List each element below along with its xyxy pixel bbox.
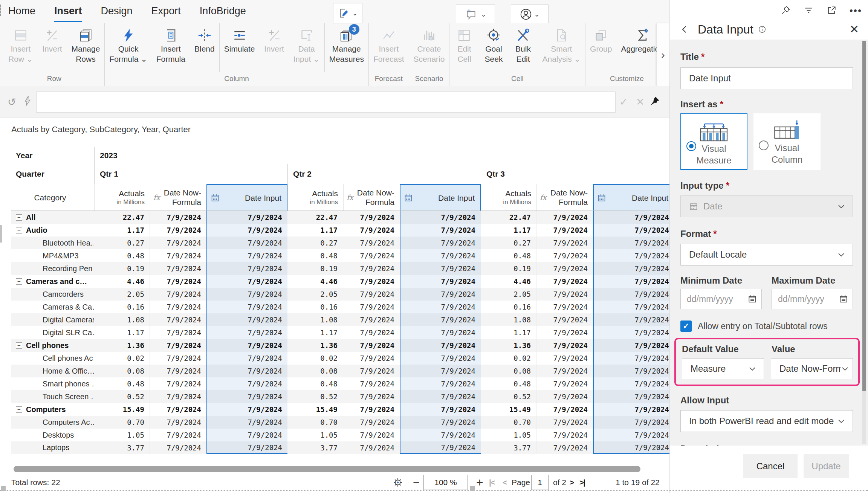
checkbox-checked[interactable]: ✓ <box>680 321 692 332</box>
actuals-cell[interactable]: 22.47 <box>481 211 536 224</box>
collapse-icon[interactable]: − <box>16 214 22 221</box>
date-now-header[interactable]: fxDate Now-Formula <box>150 184 206 211</box>
quarter-header[interactable]: Qtr 3 <box>481 164 670 184</box>
date-input-cell[interactable]: 7/9/2024 <box>206 365 287 377</box>
actuals-cell[interactable]: 1.36 <box>481 339 536 352</box>
date-now-cell[interactable]: 7/9/2024 <box>536 262 593 275</box>
date-input-cell[interactable]: 7/9/2024 <box>400 326 481 339</box>
actuals-cell[interactable]: 1.17 <box>481 326 536 339</box>
actuals-cell[interactable]: 1.17 <box>287 224 343 237</box>
ribbon-tab[interactable]: Design <box>101 5 133 22</box>
category-header[interactable]: Category <box>11 184 94 211</box>
actuals-cell[interactable]: 4.46 <box>94 275 150 288</box>
gear-icon[interactable] <box>392 476 404 488</box>
category-cell[interactable]: −Bluetooth Hea… <box>11 237 94 249</box>
ribbon-button[interactable]: Goal Seek <box>479 23 508 72</box>
date-now-cell[interactable]: 7/9/2024 <box>536 377 593 390</box>
actuals-cell[interactable]: 3.77 <box>94 441 150 454</box>
date-now-cell[interactable]: 7/9/2024 <box>150 237 206 249</box>
zoom-out-button[interactable]: − <box>413 476 420 489</box>
collapse-icon[interactable]: − <box>16 278 22 285</box>
actuals-cell[interactable]: 0.19 <box>481 262 536 275</box>
actuals-header[interactable]: Actualsin Millions <box>94 184 150 211</box>
ribbon-tab[interactable]: InfoBridge <box>200 5 246 22</box>
chevron-down-icon[interactable]: ⌄ <box>481 10 486 18</box>
actuals-cell[interactable]: 0.02 <box>287 352 343 365</box>
ribbon-button[interactable]: Manage Rows <box>67 23 104 72</box>
expand-icon[interactable] <box>827 5 837 15</box>
date-input-cell[interactable]: 7/9/2024 <box>206 352 287 365</box>
date-now-cell[interactable]: 7/9/2024 <box>343 390 400 403</box>
date-input-cell[interactable]: 7/9/2024 <box>400 377 481 390</box>
date-now-cell[interactable]: 7/9/2024 <box>150 352 206 365</box>
date-now-cell[interactable]: 7/9/2024 <box>536 237 593 249</box>
actuals-cell[interactable]: 22.47 <box>94 211 150 224</box>
actuals-cell[interactable]: 0.27 <box>481 237 536 249</box>
actuals-cell[interactable]: 0.48 <box>94 377 150 390</box>
date-now-cell[interactable]: 7/9/2024 <box>343 262 400 275</box>
first-page-button[interactable]: |< <box>489 478 494 487</box>
date-now-cell[interactable]: 7/9/2024 <box>536 390 593 403</box>
date-input-cell[interactable]: 7/9/2024 <box>593 249 670 262</box>
actuals-cell[interactable]: 0.70 <box>287 416 343 429</box>
date-input-cell[interactable]: 7/9/2024 <box>400 275 481 288</box>
ribbon-button[interactable]: Invert <box>37 23 67 72</box>
date-input-cell[interactable]: 7/9/2024 <box>593 313 670 326</box>
prev-page-button[interactable]: < <box>503 478 506 487</box>
date-now-cell[interactable]: 7/9/2024 <box>150 249 206 262</box>
horizontal-scrollbar[interactable] <box>14 466 640 472</box>
actuals-cell[interactable]: 0.52 <box>94 390 150 403</box>
date-input-cell[interactable]: 7/9/2024 <box>400 224 481 237</box>
date-input-cell[interactable]: 7/9/2024 <box>593 211 670 224</box>
date-now-cell[interactable]: 7/9/2024 <box>343 352 400 365</box>
date-now-cell[interactable]: 7/9/2024 <box>536 301 593 313</box>
update-button[interactable]: Update <box>804 454 849 478</box>
date-input-header[interactable]: Date Input <box>400 184 481 211</box>
actuals-cell[interactable]: 1.08 <box>287 313 343 326</box>
cancel-button[interactable]: Cancel <box>743 454 798 478</box>
date-now-cell[interactable]: 7/9/2024 <box>536 441 593 454</box>
category-cell[interactable]: −Cell phones Ac… <box>11 352 94 365</box>
zoom-input[interactable] <box>423 475 468 490</box>
date-now-cell[interactable]: 7/9/2024 <box>536 211 593 224</box>
actuals-cell[interactable]: 0.52 <box>481 390 536 403</box>
date-input-cell[interactable]: 7/9/2024 <box>593 416 670 429</box>
date-input-cell[interactable]: 7/9/2024 <box>400 390 481 403</box>
actuals-cell[interactable]: 3.77 <box>287 441 343 454</box>
maximum-date-input[interactable] <box>772 289 853 309</box>
date-now-cell[interactable]: 7/9/2024 <box>343 416 400 429</box>
date-input-cell[interactable]: 7/9/2024 <box>206 377 287 390</box>
category-cell[interactable]: −Touch Screen … <box>11 390 94 403</box>
date-now-cell[interactable]: 7/9/2024 <box>536 416 593 429</box>
category-cell[interactable]: −All <box>11 211 94 224</box>
resize-handle[interactable] <box>1 486 6 491</box>
actuals-cell[interactable]: 22.47 <box>287 211 343 224</box>
date-now-cell[interactable]: 7/9/2024 <box>536 326 593 339</box>
date-input-cell[interactable]: 7/9/2024 <box>206 313 287 326</box>
actuals-cell[interactable]: 1.36 <box>94 339 150 352</box>
actuals-cell[interactable]: 1.08 <box>94 313 150 326</box>
date-input-cell[interactable]: 7/9/2024 <box>400 313 481 326</box>
category-cell[interactable]: −Smart phones … <box>11 377 94 390</box>
date-input-cell[interactable]: 7/9/2024 <box>400 288 481 301</box>
format-select[interactable]: Default Locale <box>680 244 853 266</box>
date-now-cell[interactable]: 7/9/2024 <box>536 365 593 377</box>
date-input-cell[interactable]: 7/9/2024 <box>593 339 670 352</box>
date-input-cell[interactable]: 7/9/2024 <box>593 262 670 275</box>
category-cell[interactable]: −Laptops <box>11 441 94 454</box>
actuals-cell[interactable]: 3.77 <box>481 441 536 454</box>
date-input-header[interactable]: Date Input <box>206 184 287 211</box>
visual-measure-option[interactable]: VisualMeasure <box>680 113 747 170</box>
category-cell[interactable]: −MP4&MP3 <box>11 249 94 262</box>
category-cell[interactable]: −Recording Pen <box>11 262 94 275</box>
date-now-cell[interactable]: 7/9/2024 <box>343 211 400 224</box>
year-value[interactable]: 2023 <box>94 147 670 164</box>
date-input-cell[interactable]: 7/9/2024 <box>400 441 481 454</box>
category-cell[interactable]: −Desktops <box>11 429 94 441</box>
collapse-icon[interactable]: − <box>16 406 22 413</box>
undo-icon[interactable]: ↺ <box>8 96 16 108</box>
date-input-cell[interactable]: 7/9/2024 <box>206 403 287 416</box>
date-input-cell[interactable]: 7/9/2024 <box>593 326 670 339</box>
ribbon-button[interactable]: Bulk Edit <box>508 23 538 72</box>
date-now-cell[interactable]: 7/9/2024 <box>536 339 593 352</box>
